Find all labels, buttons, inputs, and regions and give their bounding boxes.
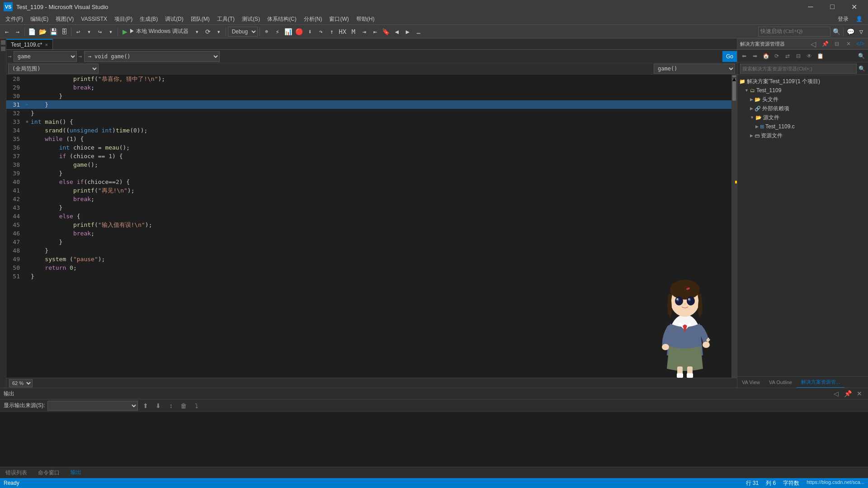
redo-dropdown[interactable]: ▾: [106, 27, 116, 37]
menu-view[interactable]: 视图(V): [52, 14, 77, 24]
unindent-icon[interactable]: ⇤: [370, 27, 380, 37]
menu-window[interactable]: 窗口(W): [326, 14, 352, 24]
mem-icon[interactable]: M: [349, 27, 359, 37]
hex-icon[interactable]: HX: [338, 27, 348, 37]
sidebar-close-btn[interactable]: ✕: [844, 39, 854, 49]
login-button[interactable]: 登录: [834, 14, 852, 24]
save-button[interactable]: 💾: [48, 27, 58, 37]
sidebar-collapse-btn[interactable]: ◁: [808, 39, 818, 49]
output-source-select[interactable]: [47, 401, 138, 411]
menu-project[interactable]: 项目(P): [111, 14, 136, 24]
redo-button[interactable]: ↪: [95, 27, 105, 37]
run-button[interactable]: ▶ ▶ 本地 Windows 调试器: [120, 27, 191, 36]
vertical-scrollbar[interactable]: ▲: [731, 75, 737, 378]
stepover-icon[interactable]: ↷: [316, 27, 326, 37]
refresh-dropdown[interactable]: ▾: [214, 27, 224, 37]
error-list-tab[interactable]: 错误列表: [0, 467, 33, 479]
sidebar-menu-btn[interactable]: ⊟: [832, 39, 842, 49]
step-icon[interactable]: ⬇: [305, 27, 315, 37]
menu-edit[interactable]: 编辑(E): [27, 14, 52, 24]
indent-icon[interactable]: ⇥: [359, 27, 369, 37]
bookmark-icon[interactable]: 🔖: [381, 27, 391, 37]
sidebar-pin-btn[interactable]: 📌: [820, 39, 830, 49]
menu-analyze[interactable]: 分析(N): [300, 14, 326, 24]
undo-button[interactable]: ↩: [73, 27, 83, 37]
menu-build[interactable]: 生成(B): [136, 14, 161, 24]
nav-function-select[interactable]: → void game(): [84, 51, 220, 62]
sidebar-code-icon[interactable]: </>: [855, 39, 865, 49]
zoom-select[interactable]: 62 %: [9, 379, 33, 387]
menu-architecture[interactable]: 体系结构(C): [264, 14, 300, 24]
maximize-button[interactable]: □: [822, 0, 843, 14]
output-close-btn[interactable]: ✕: [854, 389, 864, 399]
sidebar-search-input[interactable]: [740, 64, 857, 74]
diag-icon[interactable]: 📊: [283, 27, 293, 37]
tree-item-project[interactable]: ▼ 🗂 Test_1109: [737, 86, 868, 95]
tab-test1109-c[interactable]: Test_1109.c* ×: [6, 39, 53, 49]
code-editor[interactable]: 28 printf("恭喜你, 猜中了!\n"); 29 break;: [6, 75, 737, 378]
notification-icon[interactable]: 💬: [845, 27, 855, 37]
output-tab[interactable]: 输出: [65, 467, 87, 479]
filter-icon[interactable]: ▽: [856, 27, 866, 37]
scope-right-select[interactable]: game(): [654, 64, 735, 74]
search-icon[interactable]: 🔍: [831, 27, 841, 37]
sb-back-btn[interactable]: ⬅: [739, 51, 749, 61]
output-wordwrap-btn[interactable]: ⤵: [191, 401, 201, 411]
undo-dropdown[interactable]: ▾: [84, 27, 94, 37]
output-pin-btn[interactable]: 📌: [843, 389, 853, 399]
scrollbar-up-arrow[interactable]: ▲: [732, 75, 736, 77]
sb-filter-btn[interactable]: ⊟: [793, 51, 803, 61]
forward-button[interactable]: →: [13, 27, 23, 37]
save-all-button[interactable]: 🗄: [59, 27, 69, 37]
menu-test[interactable]: 测试(S): [238, 14, 264, 24]
output-scroll-btn[interactable]: ↕: [166, 401, 176, 411]
attach-icon[interactable]: ⊕: [262, 27, 272, 37]
output-content-area[interactable]: [0, 412, 868, 467]
tree-item-file[interactable]: ▶ ⊞ Test_1109.c: [737, 122, 868, 131]
profiler-icon[interactable]: ⚡: [273, 27, 283, 37]
close-button[interactable]: ✕: [844, 0, 864, 14]
go-button[interactable]: Go: [722, 51, 737, 62]
menu-team[interactable]: 团队(M): [187, 14, 213, 24]
nav-context-select[interactable]: game: [14, 51, 77, 62]
menu-help[interactable]: 帮助(H): [353, 14, 378, 24]
output-collapse-btn[interactable]: ◁: [831, 389, 841, 399]
output-clear-btn[interactable]: 🗑: [179, 401, 189, 411]
menu-file[interactable]: 文件(F): [2, 14, 27, 24]
va-outline-tab[interactable]: VA Outline: [764, 378, 797, 387]
tree-item-external-deps[interactable]: ▶ 🔗 外部依赖项: [737, 104, 868, 113]
minimize-button[interactable]: ─: [800, 0, 821, 14]
output-up-btn[interactable]: ⬆: [141, 401, 151, 411]
output-down-btn[interactable]: ⬇: [153, 401, 163, 411]
new-file-button[interactable]: 📄: [27, 27, 37, 37]
quick-launch-search[interactable]: 快速启动 (Ctrl+Q): [758, 27, 830, 37]
bm-more-icon[interactable]: …: [414, 27, 424, 37]
open-button[interactable]: 📂: [38, 27, 47, 37]
sb-sync-btn[interactable]: ⇄: [783, 51, 793, 61]
account-icon[interactable]: 👤: [852, 15, 866, 23]
va-view-tab[interactable]: VA View: [737, 378, 764, 387]
menu-debug[interactable]: 调试(D): [161, 14, 187, 24]
bm-prev-icon[interactable]: ◀: [392, 27, 402, 37]
tree-item-solution[interactable]: 📁 解决方案'Test_1109'(1 个项目): [737, 77, 868, 86]
sb-refresh-btn[interactable]: ⟳: [772, 51, 782, 61]
sb-forward-btn[interactable]: ➡: [750, 51, 760, 61]
editor-viewport[interactable]: 28 printf("恭喜你, 猜中了!\n"); 29 break;: [6, 75, 731, 378]
breakpt-icon[interactable]: 🔴: [294, 27, 304, 37]
tree-item-headers[interactable]: ▶ 📂 头文件: [737, 95, 868, 104]
debug-config-select[interactable]: Debug: [228, 27, 258, 37]
refresh-button[interactable]: ⟳: [203, 27, 213, 37]
sb-home-btn[interactable]: 🏠: [761, 51, 771, 61]
cmd-window-tab[interactable]: 命令窗口: [33, 467, 65, 479]
scope-left-select[interactable]: (全局范围): [8, 64, 99, 74]
sb-property-btn[interactable]: 📋: [815, 51, 825, 61]
tab-close-icon[interactable]: ×: [45, 42, 47, 47]
bm-next-icon[interactable]: ▶: [403, 27, 413, 37]
solution-explorer-tab[interactable]: 解决方案资源管...: [797, 377, 844, 388]
stepout-icon[interactable]: ↑: [327, 27, 337, 37]
tree-item-resources[interactable]: ▶ 🗃 资源文件: [737, 131, 868, 140]
sb-showall-btn[interactable]: 👁: [804, 51, 814, 61]
menu-tools[interactable]: 工具(T): [213, 14, 238, 24]
menu-vassistx[interactable]: VASSISTX: [77, 15, 111, 23]
sb-search-btn[interactable]: 🔍: [856, 51, 866, 61]
